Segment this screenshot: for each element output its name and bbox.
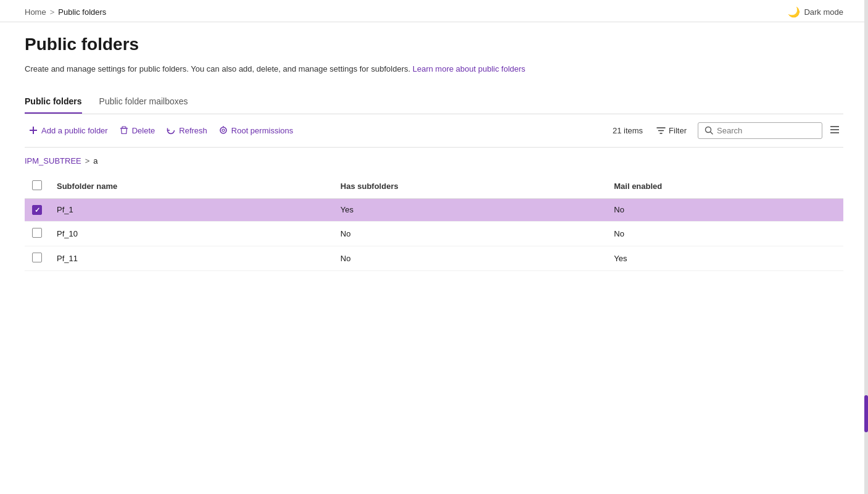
breadcrumb: Home > Public folders (25, 7, 106, 17)
row-subfolder-name: Pf_1 (49, 198, 333, 222)
svg-point-3 (220, 127, 226, 133)
search-icon (705, 126, 713, 135)
page-title: Public folders (25, 35, 843, 54)
row-mail-enabled: No (606, 222, 843, 246)
svg-rect-2 (120, 128, 128, 129)
dark-mode-button[interactable]: 🌙 Dark mode (788, 6, 843, 18)
row-subfolder-name: Pf_10 (49, 222, 333, 246)
toolbar: Add a public folder Delete Refresh (25, 114, 843, 148)
page-description: Create and manage settings for public fo… (25, 63, 843, 75)
top-bar: Home > Public folders 🌙 Dark mode (0, 0, 868, 22)
select-all-header (25, 174, 49, 199)
svg-point-4 (222, 129, 225, 132)
path-root-link[interactable]: IPM_SUBTREE (25, 156, 81, 165)
view-options-icon (830, 125, 840, 134)
search-input[interactable] (717, 126, 816, 135)
row-has-subfolders: No (333, 222, 606, 246)
table-header-row: Subfolder name Has subfolders Mail enabl… (25, 174, 843, 199)
select-all-checkbox[interactable] (32, 180, 42, 190)
row-subfolder-name: Pf_11 (49, 246, 333, 271)
tabs-container: Public folders Public folder mailboxes (25, 90, 843, 114)
row-has-subfolders: No (333, 246, 606, 271)
table-row[interactable]: Pf_11 No Yes (25, 246, 843, 271)
breadcrumb-separator: > (50, 7, 55, 17)
folder-breadcrumb: IPM_SUBTREE > a (25, 148, 843, 172)
main-content: Public folders Create and manage setting… (0, 22, 868, 283)
col-mail-enabled: Mail enabled (606, 174, 843, 199)
scrollbar[interactable] (864, 0, 868, 283)
row-checkbox[interactable] (32, 205, 42, 215)
path-separator: > (85, 156, 90, 165)
row-checkbox-cell (25, 198, 49, 222)
breadcrumb-home[interactable]: Home (25, 7, 46, 17)
search-box (698, 122, 822, 139)
refresh-button[interactable]: Refresh (162, 122, 215, 139)
delete-button[interactable]: Delete (115, 122, 163, 139)
row-checkbox[interactable] (32, 228, 42, 238)
tab-public-folders[interactable]: Public folders (25, 90, 82, 114)
col-has-subfolders: Has subfolders (333, 174, 606, 199)
row-checkbox-cell (25, 246, 49, 271)
filter-button[interactable]: Filter (650, 122, 693, 139)
table-row[interactable]: Pf_1 Yes No (25, 198, 843, 222)
moon-icon: 🌙 (788, 6, 800, 18)
add-public-folder-button[interactable]: Add a public folder (25, 122, 115, 139)
tab-public-folder-mailboxes[interactable]: Public folder mailboxes (99, 90, 188, 114)
svg-line-7 (711, 132, 713, 135)
view-options-button[interactable] (826, 122, 843, 140)
row-mail-enabled: Yes (606, 246, 843, 271)
table-row[interactable]: Pf_10 No No (25, 222, 843, 246)
filter-icon (656, 126, 666, 135)
row-checkbox[interactable] (32, 253, 42, 262)
row-has-subfolders: Yes (333, 198, 606, 222)
folders-table: Subfolder name Has subfolders Mail enabl… (25, 174, 843, 272)
dark-mode-label: Dark mode (804, 7, 843, 17)
row-mail-enabled: No (606, 198, 843, 222)
delete-icon (119, 125, 129, 135)
items-count: 21 items (613, 126, 643, 135)
root-permissions-button[interactable]: Root permissions (215, 122, 300, 139)
path-current: a (93, 156, 97, 165)
refresh-icon (166, 125, 176, 135)
learn-more-link[interactable]: Learn more about public folders (413, 64, 526, 73)
breadcrumb-current: Public folders (58, 7, 106, 17)
col-subfolder-name: Subfolder name (49, 174, 333, 199)
add-icon (28, 125, 38, 135)
row-checkbox-cell (25, 222, 49, 246)
permissions-icon (218, 125, 228, 135)
